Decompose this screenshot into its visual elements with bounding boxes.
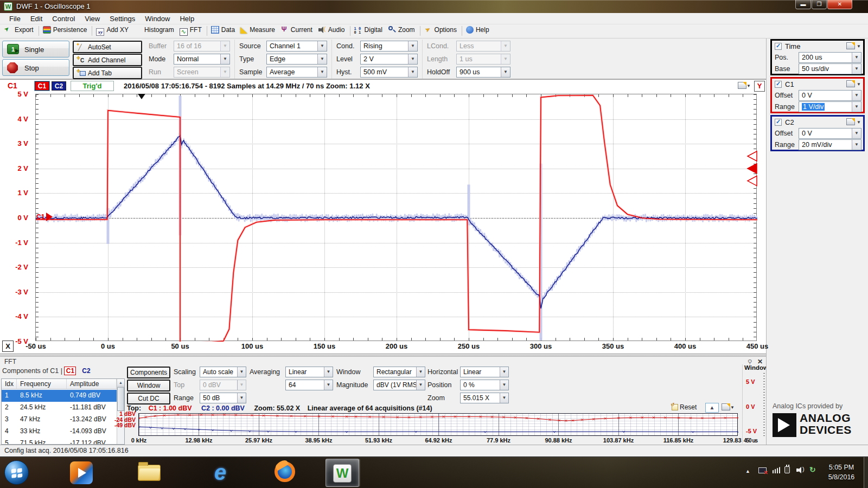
fft-averaging-dropdown[interactable]: Linear▼ [285, 367, 333, 377]
dropdown-arrow-icon[interactable]: ▼ [852, 140, 861, 150]
time-base-dropdown[interactable]: 50 us/div▼ [799, 63, 861, 74]
dropdown-arrow-icon[interactable]: ▼ [852, 53, 861, 62]
tray-expand-icon[interactable]: ▲ [745, 468, 750, 474]
cond-dropdown[interactable]: Rising▼ [360, 41, 418, 52]
toolbar-histogram-button[interactable]: Histogram [132, 24, 177, 37]
dropdown-arrow-icon[interactable]: ▼ [324, 367, 333, 377]
toolbar-zoom-button[interactable]: Zoom [386, 24, 418, 37]
dropdown-arrow-icon[interactable]: ▼ [852, 91, 861, 100]
type-dropdown[interactable]: Edge▼ [266, 54, 327, 65]
close-button[interactable]: ✕ [827, 0, 852, 9]
fft-plot-area[interactable] [138, 413, 738, 436]
panel-menu-icon[interactable] [846, 118, 855, 125]
menu-item-window[interactable]: Window [140, 13, 175, 24]
taskbar-media-player-icon[interactable] [70, 461, 93, 484]
toolbar-measure-button[interactable]: Measure [238, 24, 278, 37]
fft-range-dropdown[interactable]: 50 dB▼ [200, 393, 246, 403]
dropdown-arrow-icon[interactable]: ▼ [408, 67, 417, 77]
c2-offset-dropdown[interactable]: 0 V▼ [799, 128, 861, 139]
table-row[interactable]: 571.5 kHz-17.112 dBV [2, 438, 117, 445]
fft-horizontal-dropdown[interactable]: Linear▼ [460, 367, 509, 377]
toolbar-export-button[interactable]: Export [2, 24, 37, 37]
fft-magnitude-dropdown[interactable]: dBV (1V RMS)▼ [373, 380, 425, 390]
taskbar-internet-explorer-icon[interactable]: e [209, 461, 232, 484]
dropdown-arrow-icon[interactable]: ▼ [852, 129, 861, 138]
fft-tab-c1[interactable]: C1 [64, 367, 76, 375]
sync-tray-icon[interactable]: ↻ [809, 465, 816, 474]
holdoff-dropdown[interactable]: 900 us▼ [456, 67, 510, 78]
y-axis-button[interactable]: Y [754, 81, 765, 92]
taskbar-explorer-icon[interactable] [138, 465, 161, 481]
fft-value-dropdown[interactable]: 64▼ [285, 380, 333, 390]
plot-menu-button[interactable]: ▼ [738, 82, 751, 90]
close-panel-icon[interactable]: ✕ [757, 358, 764, 364]
menu-item-settings[interactable]: Settings [105, 13, 140, 24]
single-button[interactable]: 1 Single [2, 41, 69, 57]
fft-menu-button[interactable]: ▼ [722, 403, 735, 412]
dropdown-arrow-icon[interactable]: ▼ [237, 393, 246, 403]
c2-range-dropdown[interactable]: 20 mV/div▼ [799, 139, 861, 150]
fft-cut-dc-button[interactable]: Cut DC [127, 393, 170, 404]
reset-button[interactable]: Reset [672, 403, 697, 411]
dropdown-arrow-icon[interactable]: ▼ [324, 380, 333, 390]
signal-strength-icon[interactable] [773, 467, 780, 473]
dropdown-arrow-icon[interactable]: ▼ [317, 67, 327, 77]
fft-window-dropdown[interactable]: Rectangular▼ [373, 367, 425, 377]
menu-item-view[interactable]: View [80, 13, 105, 24]
power-status-icon[interactable] [784, 466, 790, 473]
fft-window-button[interactable]: Window [127, 380, 170, 391]
collapse-panel-button[interactable]: ▲ [705, 403, 719, 413]
volume-icon[interactable]: ) [796, 467, 807, 474]
toolbar-persistence-button[interactable]: Persistence [41, 24, 91, 37]
start-button[interactable] [4, 460, 29, 485]
table-row[interactable]: 347 kHz-13.242 dBV [2, 414, 117, 426]
dropdown-arrow-icon[interactable]: ▼ [317, 54, 327, 64]
table-row[interactable]: 224.5 kHz-11.181 dBV [2, 402, 117, 414]
toolbar-add-xy-button[interactable]: xyAdd XY [94, 24, 132, 37]
panel-menu-icon[interactable] [846, 80, 855, 87]
toolbar-data-button[interactable]: Data [209, 24, 238, 37]
table-row[interactable]: 18.5 kHz0.749 dBV [2, 390, 117, 402]
fft-scaling-dropdown[interactable]: Auto scale▼ [200, 367, 246, 377]
time-enable-checkbox[interactable] [775, 43, 782, 50]
hyst-dropdown[interactable]: 500 mV▼ [360, 67, 418, 78]
dropdown-arrow-icon[interactable]: ▼ [500, 367, 508, 377]
fft-components-button[interactable]: Components [127, 367, 170, 378]
fft-position-dropdown[interactable]: 0 %▼ [460, 380, 509, 390]
table-row[interactable]: 433 kHz-14.093 dBV [2, 426, 117, 438]
fft-zoom-dropdown[interactable]: 55.015 X▼ [460, 393, 509, 403]
dropdown-arrow-icon[interactable]: ▼ [317, 41, 327, 51]
toolbar-current-button[interactable]: Current [278, 24, 316, 37]
dropdown-arrow-icon[interactable]: ▼ [220, 54, 229, 64]
taskbar-firefox-icon[interactable] [275, 461, 295, 482]
dropdown-arrow-icon[interactable]: ▼ [416, 380, 425, 390]
x-axis-button[interactable]: X [2, 341, 14, 352]
time-pos-dropdown[interactable]: 200 us▼ [799, 52, 861, 63]
toolbar-help-button[interactable]: Help [464, 24, 493, 37]
trigger-position-marker[interactable] [138, 94, 145, 99]
dropdown-arrow-icon[interactable]: ▼ [408, 54, 417, 64]
c1-zero-marker[interactable]: C1 [36, 213, 44, 221]
taskbar-clock[interactable]: 5:05 PM 5/8/2016 [820, 463, 863, 482]
dropdown-arrow-icon[interactable]: ▼ [852, 102, 861, 112]
menu-item-help[interactable]: Help [175, 13, 199, 24]
dropdown-arrow-icon[interactable]: ▼ [416, 367, 425, 377]
minimize-button[interactable]: ▬ [795, 0, 811, 9]
c1-offset-dropdown[interactable]: 0 V▼ [799, 90, 861, 101]
toolbar-audio-button[interactable]: (Audio [316, 24, 348, 37]
toolbar-digital-button[interactable]: Digital [352, 24, 386, 37]
scroll-up-icon[interactable]: ▲ [117, 379, 124, 387]
show-desktop-button[interactable] [864, 457, 868, 488]
mode-dropdown[interactable]: Normal▼ [174, 54, 230, 65]
dropdown-arrow-icon[interactable]: ▼ [501, 67, 510, 77]
dropdown-arrow-icon[interactable]: ▼ [500, 380, 508, 390]
toolbar-options-button[interactable]: Options [422, 24, 460, 37]
autoset-button[interactable]: AutoSet [73, 41, 142, 53]
scrollbar-thumb[interactable] [117, 387, 124, 411]
level-dropdown[interactable]: 2 V▼ [360, 54, 418, 65]
c1-range-dropdown[interactable]: 1 V/div▼ [799, 101, 861, 112]
menu-item-file[interactable]: File [4, 13, 25, 24]
source-dropdown[interactable]: Channel 1▼ [266, 41, 327, 52]
dropdown-arrow-icon[interactable]: ▼ [500, 393, 508, 403]
network-status-icon[interactable] [758, 467, 767, 473]
